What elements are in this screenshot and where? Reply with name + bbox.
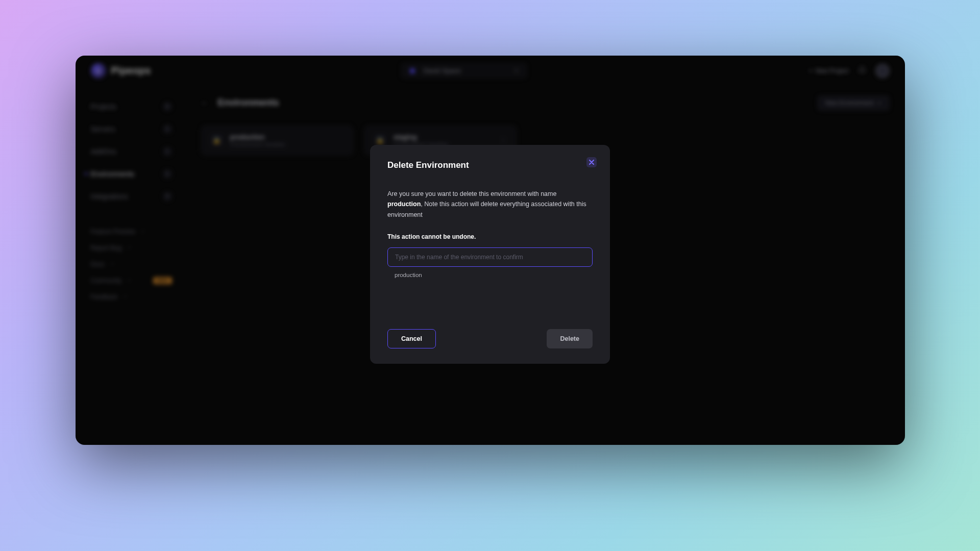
confirm-name-input[interactable] [387, 247, 593, 267]
modal-environment-name: production [387, 201, 421, 208]
modal-warning: This action cannot be undone. [387, 233, 593, 240]
app-window: Pipeops David Space ▾ + New Project [76, 56, 905, 445]
close-icon [589, 160, 594, 165]
modal-description: Are you sure you want to delete this env… [387, 189, 593, 220]
close-button[interactable] [586, 157, 597, 167]
cancel-button[interactable]: Cancel [387, 329, 436, 348]
modal-actions: Cancel Delete [387, 329, 593, 348]
delete-environment-modal: Delete Environment Are you sure you want… [370, 145, 610, 364]
delete-button[interactable]: Delete [547, 329, 593, 348]
modal-text-prefix: Are you sure you want to delete this env… [387, 190, 556, 197]
modal-hint-text: production [387, 272, 593, 278]
modal-title: Delete Environment [387, 160, 593, 170]
modal-overlay: Delete Environment Are you sure you want… [76, 56, 905, 445]
